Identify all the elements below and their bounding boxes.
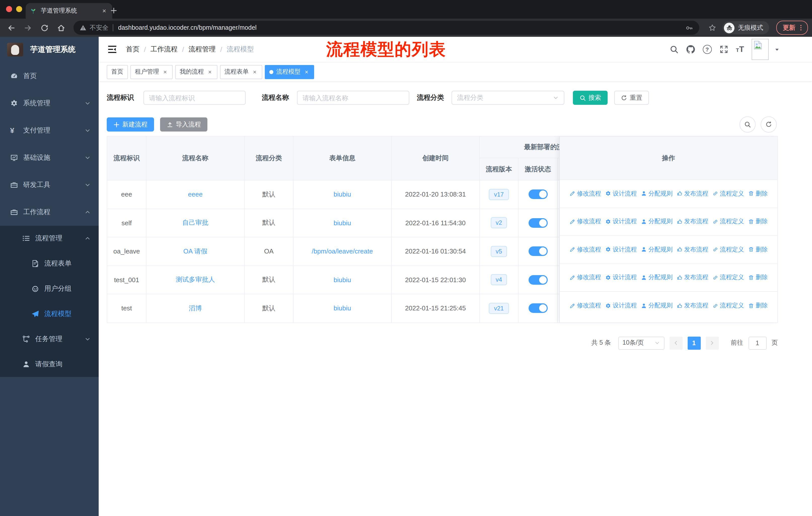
sidebar-item-workflow[interactable]: 工作流程 [0, 198, 99, 226]
minimize-window-button[interactable] [16, 6, 22, 12]
form-info-link[interactable]: biubiu [334, 305, 351, 312]
form-info-link[interactable]: biubiu [334, 191, 351, 198]
process-name-link[interactable]: OA 请假 [183, 247, 207, 256]
action-publish-hand[interactable]: 发布流程 [676, 273, 708, 282]
process-name-link[interactable]: eeee [188, 191, 203, 198]
help-icon[interactable]: ? [703, 45, 712, 54]
action-delete-trash[interactable]: 删除 [748, 217, 768, 226]
action-delete-trash[interactable]: 删除 [748, 189, 768, 198]
process-name-link[interactable]: 测试多审批人 [176, 275, 215, 284]
prev-page-button[interactable] [669, 336, 683, 350]
reload-button[interactable] [40, 23, 49, 32]
breadcrumb-item[interactable]: 首页 [126, 45, 140, 54]
action-assign-user[interactable]: 分配规则 [641, 273, 672, 282]
import-process-button[interactable]: 导入流程 [160, 117, 207, 132]
create-process-button[interactable]: 新建流程 [107, 117, 154, 132]
sidebar-item-system[interactable]: 系统管理 [0, 90, 99, 117]
tag-首页[interactable]: 首页 [107, 65, 128, 79]
process-key-input[interactable] [143, 91, 246, 105]
key-icon[interactable] [686, 24, 693, 31]
action-edit-pencil[interactable]: 修改流程 [569, 245, 601, 254]
action-design-gear[interactable]: 设计流程 [605, 302, 637, 310]
tag-流程表单[interactable]: 流程表单× [220, 65, 262, 79]
sidebar-item-leave-query[interactable]: 请假查询 [0, 352, 99, 377]
action-definition-link[interactable]: 流程定义 [712, 245, 744, 254]
active-toggle[interactable] [528, 218, 547, 228]
form-info-link[interactable]: biubiu [334, 219, 351, 227]
action-delete-trash[interactable]: 删除 [748, 302, 768, 310]
refresh-table-button[interactable] [761, 116, 777, 133]
breadcrumb-item[interactable]: 工作流程 [150, 45, 178, 54]
action-assign-user[interactable]: 分配规则 [641, 302, 672, 310]
address-bar[interactable]: 不安全 dashboard.yudao.iocoder.cn/bpm/manag… [74, 21, 699, 35]
action-publish-hand[interactable]: 发布流程 [676, 189, 708, 198]
action-assign-user[interactable]: 分配规则 [641, 217, 672, 226]
back-button[interactable] [7, 23, 16, 32]
reset-button[interactable]: 重置 [614, 91, 649, 105]
browser-tab[interactable]: 芋道管理系统 × [26, 3, 112, 19]
current-page-button[interactable]: 1 [688, 336, 700, 350]
active-toggle[interactable] [528, 247, 547, 256]
sidebar-item-devtools[interactable]: 研发工具 [0, 171, 99, 198]
action-delete-trash[interactable]: 删除 [748, 273, 768, 282]
action-publish-hand[interactable]: 发布流程 [676, 217, 708, 226]
action-definition-link[interactable]: 流程定义 [712, 217, 744, 226]
close-icon[interactable]: × [303, 69, 310, 75]
collapse-sidebar-icon[interactable] [107, 44, 117, 54]
action-edit-pencil[interactable]: 修改流程 [569, 273, 601, 282]
action-edit-pencil[interactable]: 修改流程 [569, 189, 601, 198]
sidebar-item-payment[interactable]: ¥支付管理 [0, 117, 99, 144]
action-edit-pencil[interactable]: 修改流程 [569, 217, 601, 226]
action-assign-user[interactable]: 分配规则 [641, 189, 672, 198]
form-info-link[interactable]: /bpm/oa/leave/create [312, 248, 373, 255]
close-icon[interactable]: × [207, 69, 213, 75]
process-name-link[interactable]: 自己审批 [182, 218, 208, 227]
update-button[interactable]: 更新 [776, 21, 808, 35]
tab-close-icon[interactable]: × [100, 7, 108, 15]
forward-button[interactable] [24, 23, 32, 32]
tag-流程模型[interactable]: 流程模型× [265, 65, 314, 79]
font-size-icon[interactable]: TT [736, 45, 744, 54]
action-edit-pencil[interactable]: 修改流程 [569, 302, 601, 310]
avatar[interactable] [752, 39, 769, 60]
close-icon[interactable]: × [252, 69, 258, 75]
sidebar-item-bpm-manage[interactable]: 流程管理 [0, 226, 99, 251]
active-toggle[interactable] [528, 304, 547, 313]
process-category-select[interactable]: 流程分类 [452, 91, 564, 105]
action-definition-link[interactable]: 流程定义 [712, 302, 744, 310]
fullscreen-icon[interactable] [719, 45, 728, 54]
close-window-button[interactable] [6, 6, 12, 12]
active-toggle[interactable] [528, 275, 547, 285]
page-size-select[interactable]: 10条/页 [618, 336, 664, 350]
action-design-gear[interactable]: 设计流程 [605, 245, 637, 254]
search-button[interactable]: 搜索 [573, 91, 608, 105]
tag-我的流程[interactable]: 我的流程× [175, 65, 218, 79]
sidebar-item-task-manage[interactable]: 任务管理 [0, 327, 99, 352]
sidebar-item-bpm-form[interactable]: 流程表单 [0, 251, 99, 276]
action-design-gear[interactable]: 设计流程 [605, 217, 637, 226]
sidebar-item-user-group[interactable]: 用户分组 [0, 276, 99, 301]
process-name-input[interactable] [297, 91, 409, 105]
home-button[interactable] [57, 23, 65, 32]
goto-page-input[interactable] [748, 336, 766, 350]
action-delete-trash[interactable]: 删除 [748, 245, 768, 254]
action-design-gear[interactable]: 设计流程 [605, 189, 637, 198]
show-search-button[interactable] [740, 116, 756, 133]
sidebar-item-home[interactable]: 首页 [0, 62, 99, 90]
breadcrumb-item[interactable]: 流程管理 [188, 45, 216, 54]
action-definition-link[interactable]: 流程定义 [712, 273, 744, 282]
action-design-gear[interactable]: 设计流程 [605, 273, 637, 282]
action-publish-hand[interactable]: 发布流程 [676, 245, 708, 254]
close-icon[interactable]: × [162, 69, 168, 75]
next-page-button[interactable] [705, 336, 719, 350]
action-assign-user[interactable]: 分配规则 [641, 245, 672, 254]
new-tab-button[interactable] [108, 5, 119, 16]
action-definition-link[interactable]: 流程定义 [712, 189, 744, 198]
sidebar-item-bpm-model[interactable]: 流程模型 [0, 301, 99, 327]
search-icon[interactable] [670, 45, 678, 54]
form-info-link[interactable]: biubiu [334, 276, 351, 284]
active-toggle[interactable] [528, 190, 547, 199]
action-publish-hand[interactable]: 发布流程 [676, 302, 708, 310]
process-name-link[interactable]: 滔博 [189, 304, 202, 313]
sidebar-item-infra[interactable]: 基础设施 [0, 144, 99, 171]
